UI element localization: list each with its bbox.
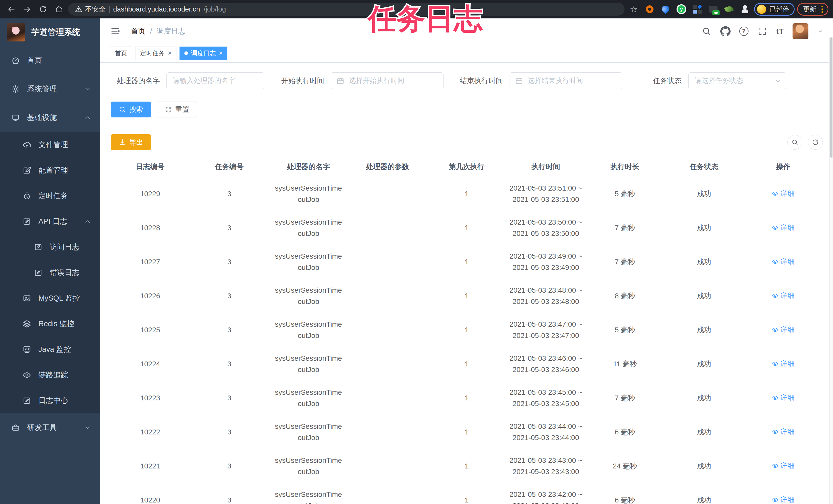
breadcrumb-home[interactable]: 首页 [131, 26, 145, 36]
table-row: 10225 3 sysUserSessionTimeoutJob 1 2021-… [111, 313, 823, 347]
bookmark-star-icon[interactable]: ☆ [629, 4, 639, 14]
extension-grid-icon[interactable] [692, 4, 703, 14]
handler-name-label: 处理器的名字 [117, 76, 160, 86]
detail-link[interactable]: 详细 [772, 461, 795, 471]
sidebar-item-redis-monitor[interactable]: Redis 监控 [0, 311, 100, 337]
eye-icon [23, 371, 31, 379]
status-text: 成功 [665, 483, 744, 504]
extension-orange-ring-icon[interactable] [645, 4, 655, 14]
close-icon[interactable] [219, 50, 222, 57]
search-icon [119, 106, 126, 114]
sidebar-item-log-center[interactable]: 日志中心 [0, 388, 100, 413]
table-row: 10221 3 sysUserSessionTimeoutJob 1 2021-… [111, 449, 823, 483]
detail-link[interactable]: 详细 [772, 189, 795, 199]
browser-profile-chip[interactable]: 已暂停 [754, 3, 794, 16]
page-scrollbar[interactable] [829, 37, 833, 504]
extension-green-circle-icon[interactable]: y [676, 4, 687, 14]
detail-link[interactable]: 详细 [772, 495, 795, 504]
tab-scheduled-jobs[interactable]: 定时任务 [135, 47, 176, 60]
browser-back-button[interactable] [5, 3, 18, 16]
sidebar-item-file-mgmt[interactable]: 文件管理 [0, 132, 100, 158]
refresh-icon [812, 138, 819, 146]
eye-icon [772, 224, 779, 231]
extension-blue-drop-icon[interactable] [660, 4, 671, 14]
extension-leaf-icon[interactable] [724, 4, 734, 14]
user-avatar[interactable] [792, 23, 808, 39]
detail-link[interactable]: 详细 [772, 427, 795, 437]
sidebar-item-error-log[interactable]: 错误日志 [0, 260, 100, 285]
eye-icon [772, 497, 779, 503]
tab-home[interactable]: 首页 [110, 47, 132, 60]
sidebar-item-tracing[interactable]: 链路追踪 [0, 362, 100, 388]
avatar-caret-icon[interactable] [817, 28, 824, 34]
reset-button[interactable]: 重置 [157, 102, 197, 118]
sidebar-item-api-log[interactable]: API 日志 [0, 209, 100, 234]
export-button[interactable]: 导出 [111, 134, 151, 150]
gear-icon [11, 85, 20, 93]
table-row: 10220 3 sysUserSessionTimeoutJob 1 2021-… [111, 483, 823, 504]
sidebar-item-access-log[interactable]: 访问日志 [0, 234, 100, 260]
extension-puzzle-icon[interactable] [740, 4, 750, 14]
start-time-input[interactable] [331, 72, 444, 89]
detail-link[interactable]: 详细 [772, 223, 795, 232]
dashboard-icon [11, 56, 20, 65]
app-logo [7, 23, 25, 42]
image-icon [23, 294, 31, 303]
calendar-icon [336, 76, 345, 85]
search-button[interactable]: 搜索 [111, 102, 151, 118]
log-edit-icon [23, 396, 31, 405]
font-size-icon[interactable]: tT [776, 27, 784, 35]
scrollbar-thumb[interactable] [830, 37, 832, 158]
help-icon[interactable]: ? [739, 27, 748, 36]
extension-switch-icon[interactable]: on [708, 4, 718, 14]
header-search-icon[interactable] [701, 26, 712, 36]
detail-link[interactable]: 详细 [772, 393, 795, 403]
detail-link[interactable]: 详细 [772, 325, 795, 335]
detail-link[interactable]: 详细 [772, 257, 795, 267]
status-text: 成功 [665, 347, 744, 381]
browser-menu-icon[interactable] [820, 5, 824, 14]
sidebar-item-home[interactable]: 首页 [0, 46, 100, 75]
sidebar-item-mysql-monitor[interactable]: MySQL 监控 [0, 285, 100, 311]
end-time-input[interactable] [509, 72, 622, 89]
not-secure-label: 不安全 [85, 5, 106, 14]
sidebar-item-infrastructure[interactable]: 基础设施 [0, 103, 100, 132]
log-edit-icon [34, 243, 43, 251]
sidebar-item-config-mgmt[interactable]: 配置管理 [0, 158, 100, 183]
browser-extensions: ☆ y on [627, 4, 752, 14]
status-text: 成功 [665, 313, 744, 347]
detail-link[interactable]: 详细 [772, 291, 795, 301]
browser-home-button[interactable] [52, 3, 66, 16]
toggle-search-button[interactable] [787, 135, 802, 150]
col-actions: 操作 [744, 157, 823, 177]
close-icon[interactable] [168, 50, 171, 57]
sidebar-item-scheduled-jobs[interactable]: 定时任务 [0, 183, 100, 209]
status-text: 成功 [665, 177, 744, 211]
sidebar-item-dev-tools[interactable]: 研发工具 [0, 413, 100, 442]
profile-status-label: 已暂停 [769, 5, 789, 14]
address-bar[interactable]: 不安全 dashboard.yudao.iocoder.cn/job/log [68, 3, 624, 16]
github-icon[interactable] [720, 26, 731, 36]
handler-name-input[interactable] [166, 72, 264, 89]
job-status-select[interactable] [688, 72, 786, 89]
eye-icon [772, 462, 779, 469]
sidebar-item-java-monitor[interactable]: Java 监控 [0, 337, 100, 362]
eye-icon [772, 190, 779, 197]
tab-job-log[interactable]: 调度日志 [180, 47, 228, 60]
chevron-up-icon [84, 114, 91, 121]
eye-icon [772, 326, 779, 333]
sidebar-item-system-mgmt[interactable]: 系统管理 [0, 75, 100, 103]
app-logo-row[interactable]: 芋道管理系统 [0, 19, 100, 46]
refresh-icon [165, 106, 172, 114]
detail-link[interactable]: 详细 [772, 359, 795, 369]
fullscreen-icon[interactable] [757, 26, 767, 36]
not-secure-indicator[interactable]: 不安全 [75, 5, 106, 14]
browser-reload-button[interactable] [37, 3, 50, 16]
browser-update-button[interactable]: 更新 [797, 3, 828, 16]
hamburger-icon[interactable] [110, 26, 120, 36]
app-title: 芋道管理系统 [31, 27, 80, 38]
job-log-table: 日志编号 任务编号 处理器的名字 处理器的参数 第几次执行 执行时间 执行时长 … [111, 157, 823, 504]
browser-forward-button[interactable] [21, 3, 34, 16]
chevron-down-icon [775, 77, 782, 85]
refresh-table-button[interactable] [808, 135, 823, 150]
